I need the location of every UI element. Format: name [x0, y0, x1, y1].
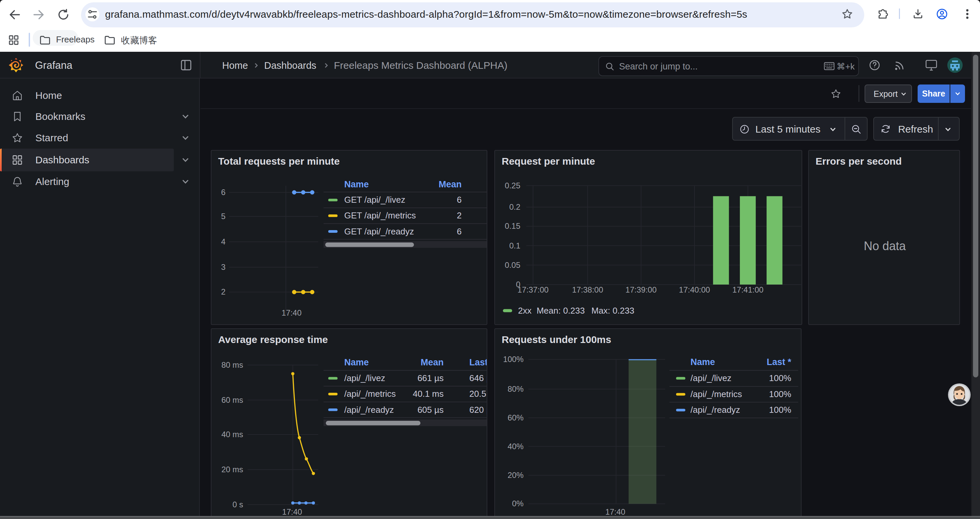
svg-text:620 µ: 620 µ	[469, 405, 487, 415]
svg-text:GET /api/_/metrics: GET /api/_/metrics	[344, 211, 416, 220]
svg-text:0.25: 0.25	[505, 181, 520, 190]
svg-text:2xx: 2xx	[518, 306, 531, 316]
svg-text:17:38:00: 17:38:00	[572, 285, 603, 294]
svg-text:6: 6	[457, 195, 461, 205]
svg-text:0.1: 0.1	[509, 241, 520, 250]
svg-text:/api/_/metrics: /api/_/metrics	[690, 389, 742, 399]
svg-text:40%: 40%	[508, 442, 524, 451]
svg-text:100%: 100%	[503, 355, 523, 364]
svg-text:17:40: 17:40	[282, 507, 302, 516]
svg-text:GET /api/_/readyz: GET /api/_/readyz	[344, 227, 414, 236]
svg-text:17:37:00: 17:37:00	[517, 285, 548, 294]
svg-text:Mean: Mean	[421, 357, 444, 367]
svg-text:20.5 m: 20.5 m	[469, 389, 487, 399]
svg-text:Mean: Mean	[439, 179, 461, 189]
svg-text:3: 3	[221, 262, 226, 271]
svg-text:17:41:00: 17:41:00	[732, 285, 763, 294]
svg-text:Name: Name	[344, 179, 369, 189]
svg-text:2: 2	[221, 287, 226, 296]
svg-text:2: 2	[457, 211, 461, 220]
svg-text:6: 6	[457, 227, 461, 236]
svg-text:17:40:00: 17:40:00	[679, 285, 710, 294]
svg-text:6: 6	[221, 188, 226, 197]
svg-text:20%: 20%	[508, 471, 524, 480]
svg-text:/api/_/livez: /api/_/livez	[344, 373, 385, 383]
svg-text:646 µ: 646 µ	[469, 373, 487, 383]
svg-text:40 ms: 40 ms	[221, 430, 243, 439]
svg-text:80%: 80%	[508, 385, 524, 393]
svg-text:Max: 0.233: Max: 0.233	[592, 306, 635, 316]
svg-text:17:40: 17:40	[282, 308, 302, 317]
svg-text:4: 4	[221, 237, 226, 246]
svg-text:0.15: 0.15	[505, 222, 520, 230]
svg-text:/api/_/metrics: /api/_/metrics	[344, 389, 396, 399]
svg-text:Errors per second: Errors per second	[816, 156, 902, 167]
svg-text:0 s: 0 s	[232, 500, 243, 509]
svg-text:5: 5	[221, 212, 226, 221]
svg-text:Requests under 100ms: Requests under 100ms	[502, 334, 611, 345]
svg-text:Request per minute: Request per minute	[502, 156, 595, 167]
svg-text:Last *: Last *	[469, 357, 487, 367]
svg-text:17:39:00: 17:39:00	[625, 285, 657, 294]
svg-text:60 ms: 60 ms	[221, 395, 243, 404]
svg-text:100%: 100%	[769, 389, 792, 399]
svg-text:0.2: 0.2	[509, 203, 520, 211]
svg-text:0.05: 0.05	[505, 260, 520, 270]
svg-text:100%: 100%	[769, 373, 792, 383]
svg-text:/api/_/readyz: /api/_/readyz	[344, 405, 394, 415]
svg-text:Name: Name	[690, 357, 715, 367]
svg-text:80 ms: 80 ms	[221, 360, 243, 369]
svg-text:100%: 100%	[769, 405, 792, 415]
svg-text:GET /api/_/livez: GET /api/_/livez	[344, 195, 405, 205]
svg-text:Mean: 0.233: Mean: 0.233	[537, 306, 585, 316]
svg-text:0%: 0%	[512, 499, 524, 508]
svg-text:/api/_/readyz: /api/_/readyz	[690, 405, 740, 415]
svg-text:40.1 ms: 40.1 ms	[413, 389, 444, 399]
svg-text:661 µs: 661 µs	[417, 373, 444, 383]
svg-text:605 µs: 605 µs	[417, 405, 444, 415]
svg-text:17:40: 17:40	[605, 507, 625, 516]
svg-text:20 ms: 20 ms	[221, 465, 243, 474]
svg-text:Name: Name	[344, 357, 369, 367]
svg-text:60%: 60%	[508, 413, 524, 422]
svg-text:Last *: Last *	[767, 357, 791, 367]
svg-text:No data: No data	[864, 239, 906, 253]
svg-text:Total requests per minute: Total requests per minute	[218, 156, 340, 167]
svg-text:/api/_/livez: /api/_/livez	[690, 373, 732, 383]
svg-text:Average response time: Average response time	[218, 334, 328, 345]
